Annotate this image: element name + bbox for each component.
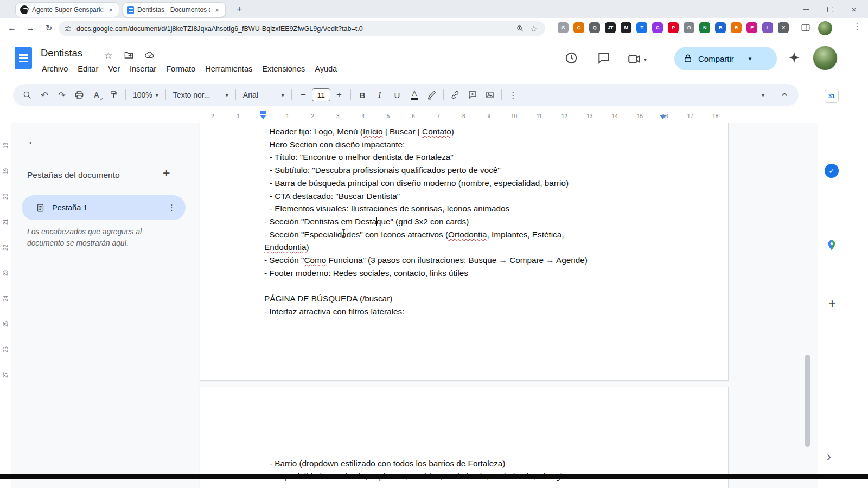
decrease-font-button[interactable]: − [295,87,312,102]
insert-image-button[interactable] [481,87,499,102]
close-tab-icon[interactable]: × [107,6,114,14]
doc-line[interactable]: - Sección "Dentistas em Destaque" (grid … [264,215,706,228]
move-folder-icon[interactable] [124,50,134,62]
document-tab-item[interactable]: Pestaña 1 ⋮ [22,195,186,220]
meet-video-icon[interactable]: ▾ [627,52,647,66]
font-size-input[interactable]: 11 [312,88,330,101]
highlight-color-button[interactable] [423,87,441,102]
extension-icon[interactable]: O [684,22,694,33]
doc-line[interactable]: - Header fijo: Logo, Menú (Início | Busc… [264,125,706,138]
browser-tab-genspark[interactable]: Agente Super Genspark: El Com × [15,2,119,17]
doc-line[interactable]: - Subtítulo: "Descubra profissionais qua… [270,164,706,177]
close-tab-icon[interactable]: × [213,6,221,14]
editing-mode-button[interactable]: ▾ [753,92,770,98]
bookmark-star-icon[interactable]: ☆ [528,24,540,34]
doc-line[interactable]: - CTA destacado: "Buscar Dentista" [270,190,706,203]
doc-line[interactable]: Endodontia) [264,241,706,254]
reload-icon[interactable]: ↻ [41,21,56,36]
maximize-window-icon[interactable] [818,0,842,18]
extension-icon[interactable]: C [652,22,663,33]
doc-line[interactable]: - Hero Section con diseño impactante: [264,138,706,151]
gemini-sparkle-icon[interactable] [788,51,801,66]
print-button[interactable] [71,87,88,102]
share-button[interactable]: Compartir ▾ [674,47,777,70]
paint-format-button[interactable] [105,87,123,102]
document-page-1[interactable]: - Header fijo: Logo, Menú (Início | Busc… [200,123,729,381]
menu-editar[interactable]: Editar [73,63,103,75]
browser-profile-avatar[interactable] [818,21,832,35]
text-color-button[interactable]: A [406,87,423,102]
site-info-icon[interactable] [64,25,72,33]
comments-icon[interactable] [597,51,611,67]
add-comment-button[interactable] [464,87,481,102]
vertical-ruler[interactable]: 1718192021222324252627 [0,123,11,488]
horizontal-ruler[interactable]: 21123456789101112131415161718 [13,111,818,123]
doc-line[interactable]: - Barra de búsqueda principal con diseño… [270,177,706,190]
zoom-select[interactable]: 100% ▾ [129,87,163,102]
first-line-indent-marker[interactable] [260,111,266,114]
menu-ver[interactable]: Ver [103,63,125,75]
undo-button[interactable]: ↶ [36,87,53,102]
doc-line[interactable]: - Barrio (dropdown estilizado con todos … [270,457,706,470]
document-title[interactable]: Dentistas [41,47,82,59]
share-options-caret-icon[interactable]: ▾ [749,55,752,62]
extension-icon[interactable]: S [558,22,569,33]
increase-font-button[interactable]: + [330,87,348,102]
extension-icon[interactable]: M [621,22,631,33]
doc-line[interactable]: - Sección "Especialidades" con íconos at… [264,228,706,241]
bold-button[interactable]: B [354,87,371,102]
add-document-tab-button[interactable]: + [163,166,170,181]
doc-line[interactable]: - Sección "Como Funciona" (3 pasos con i… [264,254,706,267]
extension-icon[interactable]: G [573,22,584,33]
new-tab-button[interactable]: + [232,2,246,17]
tasks-icon[interactable] [825,164,839,178]
insert-link-button[interactable] [446,87,464,102]
star-document-icon[interactable]: ☆ [104,50,112,61]
search-menus-icon[interactable] [18,87,36,102]
more-options-button[interactable]: ⋮ [505,87,522,102]
close-window-icon[interactable]: × [842,0,866,18]
tab-options-kebab-icon[interactable]: ⋮ [168,203,176,213]
vertical-scrollbar[interactable] [805,355,810,447]
extension-icon[interactable]: X [778,22,789,33]
minimize-window-icon[interactable] [794,0,818,18]
extension-icon[interactable]: T [636,22,647,33]
extension-icon[interactable]: Q [589,22,600,33]
browser-tab-dentistas[interactable]: Dentistas - Documentos de Go × [123,2,226,17]
account-avatar[interactable] [813,46,838,70]
close-panel-back-icon[interactable]: ← [27,134,39,147]
redo-button[interactable]: ↷ [53,87,71,102]
doc-line[interactable]: - Interfaz atractiva con filtros lateral… [264,305,706,318]
menu-ayuda[interactable]: Ayuda [310,63,342,75]
extension-icon[interactable]: N [699,22,710,33]
back-icon[interactable]: ← [4,21,20,36]
hide-menus-button[interactable] [776,87,793,102]
docs-logo-icon[interactable] [15,47,32,69]
zoom-icon[interactable] [514,24,526,33]
show-side-panel-chevron-icon[interactable]: › [827,449,831,464]
extension-icon[interactable]: P [668,22,679,33]
menu-extensiones[interactable]: Extensiones [257,63,310,75]
doc-line[interactable]: - Footer moderno: Redes sociales, contac… [264,267,706,280]
styles-select[interactable]: Texto nor... ▾ [169,87,233,102]
menu-herramientas[interactable]: Herramientas [200,63,257,75]
version-history-icon[interactable] [564,51,578,67]
document-page-2[interactable]: - Barrio (dropdown estilizado con todos … [200,387,729,488]
url-omnibox[interactable]: docs.google.com/document/d/1j8keTZI8Jqxa… [59,21,545,36]
chevron-down-icon[interactable]: ▾ [644,56,647,62]
spell-check-button[interactable]: A [88,87,105,102]
left-indent-marker[interactable] [260,115,266,119]
font-select[interactable]: Arial ▾ [239,87,289,102]
cloud-status-icon[interactable] [144,50,155,62]
extension-icon[interactable]: L [762,22,773,33]
menu-insertar[interactable]: Insertar [125,63,161,75]
menu-formato[interactable]: Formato [161,63,200,75]
side-panel-icon[interactable] [801,23,810,35]
doc-line[interactable] [264,279,706,292]
italic-button[interactable]: I [371,87,388,102]
doc-line[interactable]: - Título: "Encontre o melhor dentista de… [270,151,706,164]
extension-icon[interactable]: E [746,22,757,33]
underline-button[interactable]: U [388,87,406,102]
doc-line[interactable]: PÁGINA DE BÚSQUEDA (/buscar) [264,292,706,305]
add-side-panel-app-button[interactable]: + [826,296,839,311]
